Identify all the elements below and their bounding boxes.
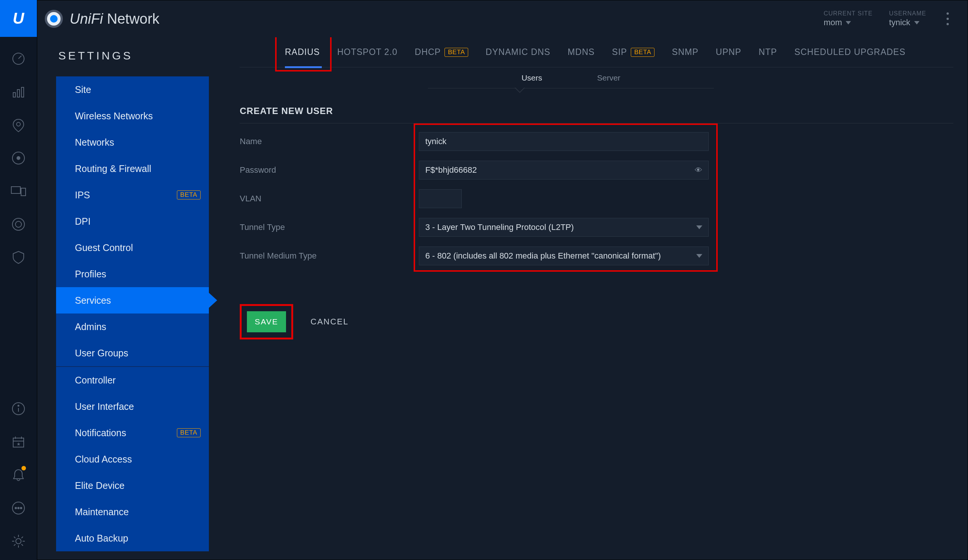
svg-point-24 (16, 538, 21, 544)
current-site-dropdown[interactable]: CURRENT SITE mom (824, 10, 872, 28)
tunnel-medium-select[interactable]: 6 - 802 (includes all 802 media plus Eth… (419, 247, 709, 265)
radius-subtabs: Users Server (428, 67, 714, 88)
beta-badge: BETA (444, 48, 468, 57)
nav-site[interactable]: Site (56, 76, 209, 103)
service-tabs: RADIUS HOTSPOT 2.0 DHCPBETA DYNAMIC DNS … (240, 37, 953, 67)
svg-rect-9 (21, 188, 26, 196)
subtab-server[interactable]: Server (597, 73, 620, 83)
tab-sip[interactable]: SIPBETA (612, 47, 655, 57)
svg-point-23 (20, 507, 22, 509)
tab-dynamic-dns[interactable]: DYNAMIC DNS (486, 47, 550, 57)
calendar-icon[interactable]: ★ (7, 431, 30, 453)
username-dropdown[interactable]: USERNAME tynick (889, 10, 926, 28)
vlan-input[interactable] (419, 189, 462, 208)
tab-snmp[interactable]: SNMP (672, 47, 698, 57)
svg-text:★: ★ (17, 441, 21, 447)
beta-badge: BETA (177, 191, 201, 199)
svg-rect-8 (11, 187, 20, 194)
nav-profiles[interactable]: Profiles (56, 261, 209, 287)
nav-services[interactable]: Services (56, 287, 209, 313)
tab-scheduled-upgrades[interactable]: SCHEDULED UPGRADES (794, 47, 905, 57)
svg-rect-3 (17, 89, 20, 97)
tab-mdns[interactable]: MDNS (568, 47, 595, 57)
tunnel-type-select[interactable]: 3 - Layer Two Tunneling Protocol (L2TP) (419, 218, 709, 237)
svg-point-22 (18, 507, 19, 509)
password-input[interactable]: 👁 (419, 161, 709, 179)
devices-icon[interactable] (7, 147, 30, 169)
tab-upnp[interactable]: UPNP (716, 47, 741, 57)
content-area: RADIUS HOTSPOT 2.0 DHCPBETA DYNAMIC DNS … (240, 37, 968, 560)
brand-circle-icon[interactable] (45, 10, 63, 28)
chevron-down-icon (914, 21, 920, 25)
nav-notifications[interactable]: NotificationsBETA (56, 420, 209, 446)
active-tab-underline (285, 66, 322, 68)
nav-user-interface[interactable]: User Interface (56, 393, 209, 420)
tunnel-medium-label: Tunnel Medium Type (240, 251, 419, 261)
nav-routing-firewall[interactable]: Routing & Firewall (56, 156, 209, 182)
eye-icon[interactable]: 👁 (695, 166, 702, 175)
bell-icon[interactable] (7, 464, 30, 486)
cancel-button[interactable]: CANCEL (310, 317, 348, 326)
nav-controller[interactable]: Controller (56, 367, 209, 393)
svg-rect-4 (22, 87, 24, 97)
svg-rect-2 (13, 93, 15, 97)
stats-icon[interactable] (7, 81, 30, 103)
annotation-box: SAVE (240, 304, 293, 340)
tab-ntp[interactable]: NTP (759, 47, 777, 57)
subtab-users[interactable]: Users (522, 73, 542, 83)
settings-sidebar: SETTINGS Site Wireless Networks Networks… (37, 37, 240, 560)
nav-auto-backup[interactable]: Auto Backup (56, 525, 209, 551)
save-button[interactable]: SAVE (247, 311, 286, 332)
nav-admins[interactable]: Admins (56, 313, 209, 340)
password-label: Password (240, 165, 419, 175)
svg-point-5 (17, 122, 20, 126)
chevron-down-icon (696, 225, 702, 229)
info-icon[interactable] (7, 398, 30, 420)
gear-icon[interactable] (7, 530, 30, 552)
map-icon[interactable] (7, 114, 30, 136)
nav-networks[interactable]: Networks (56, 129, 209, 156)
brand-logo[interactable]: U (0, 0, 37, 37)
clients-icon[interactable] (7, 180, 30, 202)
dashboard-icon[interactable] (7, 47, 30, 70)
brand-text: UniFi Network (70, 11, 159, 27)
svg-line-1 (18, 56, 22, 59)
chevron-down-icon (846, 21, 851, 25)
svg-point-7 (17, 157, 20, 159)
nav-maintenance[interactable]: Maintenance (56, 499, 209, 525)
nav-user-groups[interactable]: User Groups (56, 340, 209, 366)
beta-badge: BETA (177, 428, 201, 437)
tab-hotspot[interactable]: HOTSPOT 2.0 (337, 47, 398, 57)
insights-icon[interactable] (7, 213, 30, 235)
svg-point-21 (15, 507, 17, 509)
section-title: CREATE NEW USER (240, 106, 953, 123)
settings-heading: SETTINGS (56, 49, 240, 62)
tunnel-type-label: Tunnel Type (240, 222, 419, 232)
beta-badge: BETA (631, 48, 655, 57)
brand-logo-text: U (13, 9, 24, 28)
svg-point-14 (18, 405, 19, 406)
nav-wireless-networks[interactable]: Wireless Networks (56, 103, 209, 129)
tab-radius[interactable]: RADIUS (285, 47, 320, 57)
icon-rail: U ★ (0, 0, 37, 560)
nav-dpi[interactable]: DPI (56, 208, 209, 234)
nav-guest-control[interactable]: Guest Control (56, 234, 209, 261)
topbar: UniFi Network CURRENT SITE mom USERNAME … (37, 0, 968, 37)
svg-point-11 (15, 221, 22, 227)
kebab-menu-icon[interactable] (943, 12, 953, 25)
name-label: Name (240, 137, 419, 146)
vlan-label: VLAN (240, 194, 419, 204)
svg-point-10 (12, 218, 25, 230)
nav-cloud-access[interactable]: Cloud Access (56, 446, 209, 472)
nav-elite-device[interactable]: Elite Device (56, 472, 209, 499)
nav-ips[interactable]: IPSBETA (56, 182, 209, 208)
subtab-pointer-icon (514, 88, 525, 93)
chevron-down-icon (696, 254, 702, 258)
chat-icon[interactable] (7, 497, 30, 519)
name-input[interactable] (419, 132, 709, 151)
tab-dhcp[interactable]: DHCPBETA (415, 47, 468, 57)
security-icon[interactable] (7, 246, 30, 269)
